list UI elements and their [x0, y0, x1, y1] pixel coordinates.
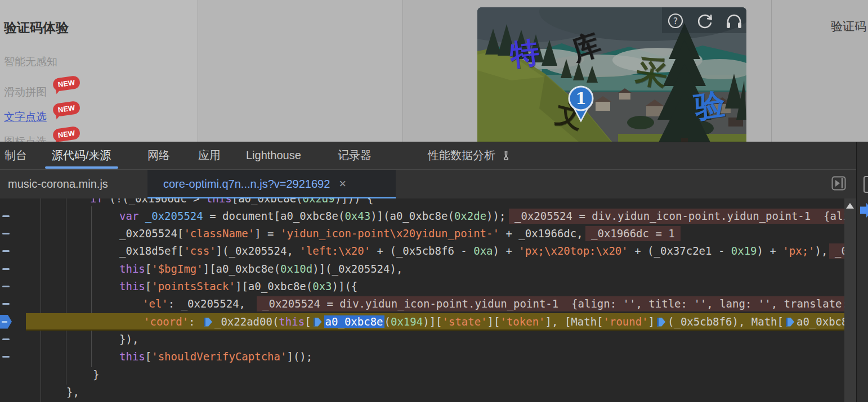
step-into-marker-icon[interactable]	[314, 318, 322, 327]
devtools-tab-1[interactable]: 制台	[5, 142, 27, 169]
code-line: },	[0, 383, 844, 401]
code-line: 'coord': _0x22ad00(this[a0_0xbc8e(0x194)…	[0, 313, 844, 331]
toggle-debugger-sidebar-icon[interactable]	[831, 176, 846, 193]
code-token: ][	[487, 315, 500, 328]
code-line-text: }	[93, 366, 99, 383]
code-token: 'yidun_icon-point\x20yidun_point-'	[280, 227, 499, 240]
devtools-tab-bar: 制台源代码/来源网络应用Lighthouse记录器性能数据分析	[0, 142, 868, 170]
breakpoint-gutter-dash[interactable]	[2, 286, 10, 287]
inline-eval-value: _0x1966dc = 1	[585, 226, 681, 241]
code-line: var _0x205524 = document[a0_0xbc8e(0x43)…	[0, 207, 844, 225]
sidebar-item-1[interactable]: 智能无感知	[4, 55, 57, 69]
breakpoint-gutter-dash[interactable]	[2, 303, 10, 305]
breakpoint-gutter-dash[interactable]	[2, 250, 10, 252]
code-token: + (_0x37c2e1 -	[628, 245, 731, 257]
captcha-marker-pin[interactable]: 1	[564, 83, 598, 125]
devtools-tab-7[interactable]: 性能数据分析	[428, 142, 511, 169]
help-icon[interactable]: ?	[666, 11, 684, 33]
code-token: this	[119, 280, 145, 292]
devtools-tab-2[interactable]: 源代码/来源	[52, 142, 111, 169]
code-token: 'left:\x20'	[299, 245, 370, 257]
devtools-tab-6[interactable]: 记录器	[338, 142, 372, 169]
code-token: this	[279, 315, 305, 328]
file-tab-1[interactable]: music-corona.min.js	[0, 170, 141, 198]
code-token: this	[119, 263, 145, 275]
code-token: (_0x5cb8f6), Math[	[668, 315, 784, 328]
panel-divider	[771, 0, 772, 142]
code-token: a0_0xbc8e	[324, 315, 384, 328]
captcha-field-label: 验证码	[831, 19, 866, 34]
devtools-tab-3[interactable]: 网络	[147, 142, 170, 169]
code-token: 'px;'	[782, 245, 815, 257]
code-line: this['$bgImg'][a0_0xbc8e(0x10d)](_0x2055…	[0, 260, 844, 278]
code-line: this['pointsStack'][a0_0xbc8e(0x3)]({	[0, 278, 844, 295]
code-line: 'el': _0x205524,_0x205524 = div.yidun_ic…	[0, 295, 844, 313]
code-token: 'state'	[442, 315, 487, 328]
debugger-sidebar-edge	[856, 142, 868, 402]
step-into-marker-icon[interactable]	[786, 318, 794, 327]
breakpoint-gutter-dash[interactable]	[2, 268, 10, 270]
code-line-text: var _0x205524 = document[a0_0xbc8e(0x43)…	[119, 207, 505, 225]
breakpoint-gutter-dash[interactable]	[2, 356, 10, 358]
code-token: [	[145, 263, 151, 275]
code-token: )][	[423, 315, 442, 328]
code-line: }	[0, 366, 844, 383]
breakpoint-gutter-dash[interactable]	[2, 233, 10, 234]
execution-pointer-icon[interactable]	[0, 315, 12, 329]
sidebar-item-3[interactable]: 文字点选	[4, 110, 47, 124]
code-token: [a0_0xbc8e(	[232, 198, 303, 205]
vertical-scrollbar[interactable]	[844, 198, 856, 402]
captcha-char-4[interactable]: 验	[693, 89, 727, 123]
code-token: )])) {	[335, 198, 374, 205]
file-tab-2[interactable]: core-optimi.q7n...n.js?v=2921692×	[147, 170, 396, 198]
code-line-text: if (!(_0x1966dc > this[a0_0xbc8e(0x2d9)]…	[90, 198, 373, 207]
step-into-marker-icon[interactable]	[204, 318, 212, 327]
breakpoint-gutter-dash[interactable]	[2, 338, 10, 340]
file-tab-label: music-corona.min.js	[8, 178, 108, 190]
captcha-char-1[interactable]: 特	[508, 37, 540, 69]
code-token: var	[119, 210, 145, 222]
code-token: 'coord'	[144, 315, 189, 328]
code-token: 0x194	[391, 315, 423, 328]
step-into-marker-icon[interactable]	[657, 318, 665, 327]
code-token: :	[189, 315, 202, 328]
code-token: ][a0_0xbc8e(	[203, 263, 280, 275]
code-line-text: },	[66, 383, 79, 401]
file-tab-label: core-optimi.q7n...n.js?v=2921692	[163, 178, 330, 190]
breakpoint-gutter-dash[interactable]	[2, 215, 10, 217]
code-line-text: this['$bgImg'][a0_0xbc8e(0x10d)](_0x2055…	[119, 260, 402, 278]
captcha-demo-page: 验证码体验 智能无感知滑动拼图NEW文字点选NEW图标点选NEW 验证码	[0, 0, 868, 142]
code-token: a0_0xbc8e(	[797, 315, 844, 328]
sidebar-partial-icon	[863, 176, 868, 193]
code-line: }),	[0, 331, 844, 348]
code-line-text: 'el': _0x205524,	[142, 295, 245, 313]
code-token: 0x10d	[280, 263, 312, 275]
svg-text:?: ?	[673, 16, 678, 26]
code-editor[interactable]: if (!(_0x1966dc > this[a0_0xbc8e(0x2d9)]…	[0, 198, 844, 402]
devtools-tab-4[interactable]: 应用	[198, 142, 221, 169]
scroll-up-arrow-icon[interactable]	[846, 203, 854, 209]
sidebar-item-2[interactable]: 滑动拼图	[4, 85, 47, 100]
code-line-text: this['shouldVerifyCaptcha']();	[119, 348, 312, 365]
paused-indicator-icon	[860, 203, 868, 218]
experiment-flask-icon	[501, 151, 511, 161]
code-token: ][a0_0xbc8e(	[235, 280, 312, 292]
code-token: ) +	[493, 245, 519, 257]
headphones-icon[interactable]	[725, 11, 743, 33]
refresh-icon[interactable]	[696, 11, 714, 33]
code-line-text: _0x18d5ef['css'](_0x205524, 'left:\x20' …	[119, 242, 827, 260]
code-line: if (!(_0x1966dc > this[a0_0xbc8e(0x2d9)]…	[0, 198, 844, 207]
devtools-tab-5[interactable]: Lighthouse	[246, 142, 301, 169]
captcha-image[interactable]: 特 库 采 验 文 ? 1	[477, 7, 746, 142]
code-token: 'pointsStack'	[151, 280, 235, 292]
code-line-text: _0x205524['className'] = 'yidun_icon-poi…	[119, 225, 583, 242]
code-token: ] =	[254, 227, 280, 240]
code-token: )](_0x205524),	[312, 263, 402, 275]
close-tab-icon[interactable]: ×	[339, 170, 346, 198]
code-token: [	[305, 315, 311, 328]
code-token: 'token'	[500, 315, 545, 328]
captcha-char-3[interactable]: 采	[634, 55, 670, 91]
code-token: 0x2de	[454, 210, 486, 222]
editor-file-tab-bar: music-corona.min.jscore-optimi.q7n...n.j…	[0, 170, 868, 199]
inline-eval-value: _0x	[829, 243, 844, 259]
